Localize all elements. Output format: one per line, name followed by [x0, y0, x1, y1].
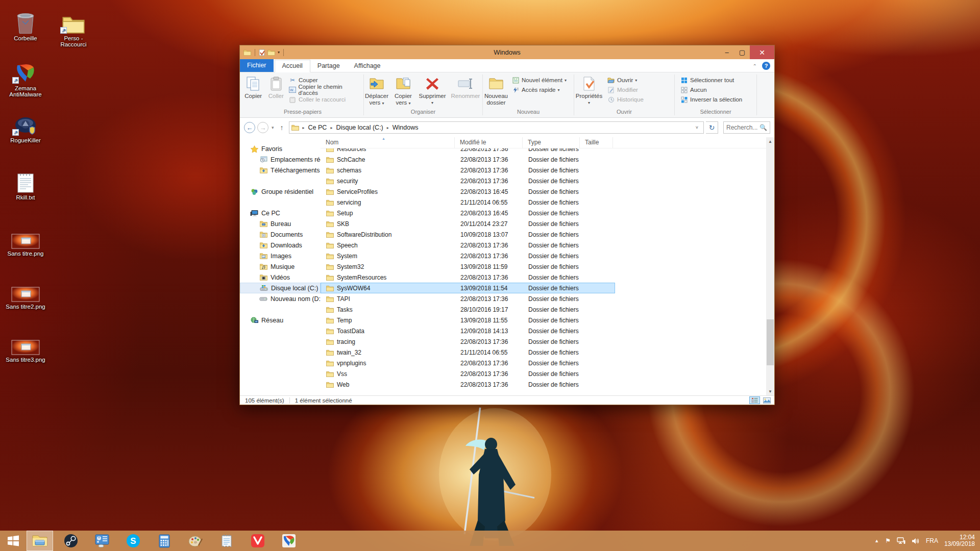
sidebar-item-downloads[interactable]: Downloads: [240, 240, 321, 251]
select-none-button[interactable]: Aucun: [680, 86, 742, 94]
search-input[interactable]: [726, 124, 760, 131]
paste-button[interactable]: Coller: [264, 74, 287, 101]
desktop-icon-sans-titre3-png[interactable]: Sans titre3.png: [4, 333, 47, 363]
network-icon[interactable]: [897, 537, 905, 544]
taskbar-icon-paint[interactable]: [182, 531, 209, 551]
scrollbar-thumb[interactable]: [767, 319, 774, 365]
sidebar-item-emplacements-r-cents[interactable]: Emplacements récents: [240, 154, 321, 165]
column-header-name[interactable]: ▲ Nom: [321, 137, 455, 148]
desktop-icon-corbeille[interactable]: Corbeille: [4, 11, 47, 41]
breadcrumb-separator-icon[interactable]: ▸: [384, 126, 391, 130]
breadcrumb-item[interactable]: Disque local (C:): [335, 124, 384, 131]
history-button[interactable]: Historique: [607, 95, 644, 104]
column-header-date[interactable]: Modifié le: [455, 137, 523, 148]
taskbar-icon-zemana[interactable]: [276, 531, 302, 551]
file-row[interactable]: Tasks28/10/2016 19:17Dossier de fichiers: [321, 304, 615, 315]
file-row[interactable]: TAPI22/08/2013 17:36Dossier de fichiers: [321, 293, 615, 304]
action-center-flag-icon[interactable]: ⚑: [885, 537, 891, 544]
desktop-icon-perso-raccourci[interactable]: ↗Perso - Raccourci: [52, 11, 95, 47]
file-row[interactable]: twain_3221/11/2014 06:55Dossier de fichi…: [321, 347, 615, 358]
copy-to-button[interactable]: Copier vers ▾: [391, 74, 415, 108]
tab-partage[interactable]: Partage: [310, 60, 347, 72]
sidebar-item-musique[interactable]: Musique: [240, 261, 321, 272]
language-indicator[interactable]: FRA: [926, 537, 938, 544]
title-bar[interactable]: ▾ Windows – ▢ ✕: [240, 45, 774, 59]
new-item-button[interactable]: Nouvel élément ▾: [511, 76, 567, 84]
column-header-type[interactable]: Type: [523, 137, 580, 148]
breadcrumb-item[interactable]: Windows: [391, 124, 420, 131]
tab-fichier[interactable]: Fichier: [240, 59, 274, 72]
recent-locations-chevron-icon[interactable]: ▾: [271, 125, 275, 130]
column-header-size[interactable]: Taille: [580, 137, 613, 148]
copy-button[interactable]: Copier: [242, 74, 264, 101]
up-button[interactable]: ↑: [277, 123, 287, 132]
file-row[interactable]: Temp13/09/2018 11:55Dossier de fichiers: [321, 315, 615, 325]
desktop-icon-sans-titre2-png[interactable]: Sans titre2.png: [4, 280, 47, 310]
file-row[interactable]: ToastData12/09/2018 14:13Dossier de fich…: [321, 325, 615, 336]
tab-affichage[interactable]: Affichage: [347, 60, 388, 72]
thumbnails-view-button[interactable]: [762, 396, 772, 404]
properties-button[interactable]: Propriétés ▾: [574, 74, 604, 107]
desktop-icon-zemana-antimalware[interactable]: ↗Zemana AntiMalware: [4, 61, 47, 97]
file-row[interactable]: SchCache22/08/2013 17:36Dossier de fichi…: [321, 154, 615, 165]
file-row[interactable]: vpnplugins22/08/2013 17:36Dossier de fic…: [321, 358, 615, 368]
scroll-up-icon[interactable]: ▲: [766, 137, 774, 145]
sidebar-item-bureau[interactable]: Bureau: [240, 218, 321, 229]
sidebar-item-images[interactable]: Images: [240, 251, 321, 261]
search-icon[interactable]: 🔍: [760, 124, 767, 131]
file-row[interactable]: servicing21/11/2014 06:55Dossier de fich…: [321, 197, 615, 208]
taskbar-icon-steam[interactable]: [58, 531, 84, 551]
breadcrumb-item[interactable]: Ce PC: [307, 124, 328, 131]
file-row[interactable]: security22/08/2013 17:36Dossier de fichi…: [321, 176, 615, 186]
taskbar-icon-vivaldi[interactable]: [244, 531, 271, 551]
desktop-icon-roguekiller[interactable]: ↗RogueKiller: [4, 113, 47, 143]
new-folder-button[interactable]: Nouveau dossier: [483, 74, 509, 107]
vertical-scrollbar[interactable]: ▲ ▼: [766, 137, 774, 395]
taskbar-icon-file-explorer[interactable]: [27, 531, 53, 551]
qat-new-folder-icon[interactable]: [267, 49, 275, 56]
refresh-button[interactable]: ↻: [706, 121, 718, 134]
taskbar-icon-control-panel[interactable]: [89, 531, 115, 551]
address-dropdown-chevron-icon[interactable]: ˅: [693, 125, 701, 130]
file-row[interactable]: SysWOW6413/09/2018 11:54Dossier de fichi…: [321, 283, 615, 293]
file-row[interactable]: ServiceProfiles22/08/2013 16:45Dossier d…: [321, 186, 615, 197]
sidebar-item-groupe-r-sidentiel[interactable]: Groupe résidentiel: [240, 186, 321, 197]
minimize-button[interactable]: –: [719, 45, 734, 59]
details-view-button[interactable]: [749, 396, 760, 404]
delete-button[interactable]: Supprimer ▾: [418, 74, 447, 107]
breadcrumb[interactable]: ▸Ce PC▸Disque local (C:)▸Windows ˅: [289, 121, 704, 134]
file-row[interactable]: System3213/09/2018 11:59Dossier de fichi…: [321, 261, 615, 272]
file-row[interactable]: SoftwareDistribution10/09/2018 13:07Doss…: [321, 229, 615, 240]
sidebar-item-r-seau[interactable]: Réseau: [240, 315, 321, 325]
help-icon[interactable]: ?: [762, 62, 770, 70]
select-all-button[interactable]: Sélectionner tout: [680, 76, 742, 84]
show-hidden-icons-chevron-icon[interactable]: ▲: [874, 538, 879, 543]
qat-customize-chevron-icon[interactable]: ▾: [278, 50, 280, 55]
invert-selection-button[interactable]: Inverser la sélection: [680, 95, 742, 104]
qat-properties-icon[interactable]: [259, 49, 265, 56]
rename-button[interactable]: Renommer: [450, 74, 481, 101]
file-row[interactable]: SKB20/11/2014 23:27Dossier de fichiers: [321, 218, 615, 229]
edit-button[interactable]: Modifier: [607, 86, 644, 94]
file-row[interactable]: System22/08/2013 17:36Dossier de fichier…: [321, 251, 615, 261]
breadcrumb-separator-icon[interactable]: ▸: [300, 126, 307, 130]
easy-access-button[interactable]: Accès rapide ▾: [511, 86, 567, 94]
desktop-icon-rkill-txt[interactable]: Rkill.txt: [4, 170, 47, 201]
cut-button[interactable]: ✂ Couper: [288, 76, 361, 84]
move-to-button[interactable]: Déplacer vers ▾: [365, 74, 388, 108]
file-row[interactable]: Web22/08/2013 17:36Dossier de fichiers: [321, 379, 615, 390]
close-button[interactable]: ✕: [750, 45, 774, 59]
sidebar-item-documents[interactable]: Documents: [240, 229, 321, 240]
taskbar-icon-notepad[interactable]: [213, 531, 240, 551]
clock[interactable]: 12:04 13/09/2018: [944, 534, 975, 547]
sidebar-item-t-l-chargements[interactable]: Téléchargements: [240, 165, 321, 176]
file-row[interactable]: tracing22/08/2013 17:36Dossier de fichie…: [321, 336, 615, 347]
sidebar-item-disque-local-c-[interactable]: Disque local (C:): [240, 283, 321, 293]
sidebar-item-favoris[interactable]: Favoris: [240, 143, 321, 154]
taskbar-icon-calculator[interactable]: [151, 531, 178, 551]
file-row[interactable]: Speech22/08/2013 17:36Dossier de fichier…: [321, 240, 615, 251]
maximize-button[interactable]: ▢: [734, 45, 750, 59]
sidebar-item-nouveau-nom-d-[interactable]: Nouveau nom (D:): [240, 293, 321, 304]
desktop-icon-sans-titre-png[interactable]: Sans titre.png: [4, 227, 47, 257]
sidebar-item-vid-os[interactable]: Vidéos: [240, 272, 321, 283]
